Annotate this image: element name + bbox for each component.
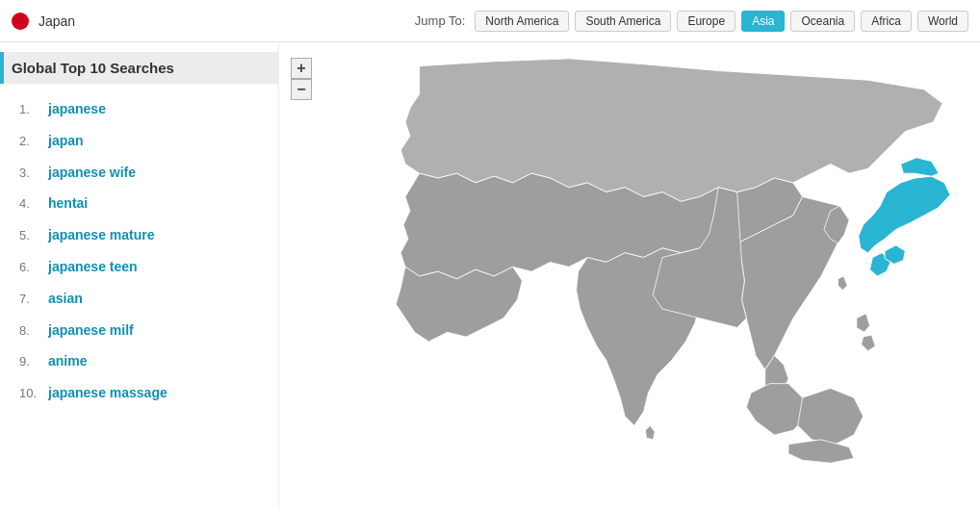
sumatra-path[interactable] (746, 384, 807, 435)
search-item: 10.japanese massage (0, 377, 278, 409)
search-item: 4.hentai (0, 188, 278, 219)
japan-hokkaido-path[interactable] (900, 158, 939, 176)
header: Japan Jump To: North America South Ameri… (0, 0, 980, 42)
region-north-america[interactable]: North America (475, 11, 569, 32)
region-world[interactable]: World (917, 11, 968, 32)
search-term[interactable]: japanese (48, 98, 106, 119)
region-africa[interactable]: Africa (861, 11, 912, 32)
search-rank: 8. (19, 321, 42, 342)
sri-lanka-path[interactable] (646, 425, 656, 440)
search-rank: 7. (19, 290, 42, 310)
region-asia[interactable]: Asia (741, 11, 785, 32)
zoom-in-button[interactable]: + (291, 58, 312, 79)
search-rank: 3. (19, 164, 42, 184)
search-item: 8.japanese milf (0, 315, 278, 346)
search-term[interactable]: hentai (48, 192, 88, 214)
borneo-path[interactable] (798, 388, 864, 444)
jump-to-label: Jump To: (415, 13, 466, 28)
sidebar: Global Top 10 Searches 1.japanese2.japan… (0, 42, 279, 510)
asia-map (279, 42, 980, 510)
main-content: Global Top 10 Searches 1.japanese2.japan… (0, 42, 980, 510)
search-term[interactable]: asian (48, 288, 83, 309)
search-rank: 4. (19, 194, 42, 215)
global-top-title: Global Top 10 Searches (0, 52, 278, 84)
search-item: 1.japanese (0, 93, 278, 125)
java-path[interactable] (788, 440, 854, 463)
russia-path[interactable] (400, 59, 942, 202)
jump-to-area: Jump To: North America South America Eur… (415, 11, 968, 32)
map-area: + − (279, 42, 980, 510)
search-rank: 1. (19, 100, 42, 120)
search-item: 5.japanese mature (0, 219, 278, 251)
region-europe[interactable]: Europe (677, 11, 735, 32)
search-term[interactable]: anime (48, 350, 87, 371)
search-list: 1.japanese2.japan3.japanese wife4.hentai… (0, 93, 278, 409)
search-item: 2.japan (0, 125, 278, 157)
zoom-controls: + − (291, 58, 312, 100)
search-term[interactable]: japan (48, 130, 84, 151)
search-rank: 5. (19, 226, 42, 246)
search-item: 3.japanese wife (0, 157, 278, 189)
search-term[interactable]: japanese milf (48, 319, 134, 341)
search-rank: 9. (19, 352, 42, 372)
search-term[interactable]: japanese teen (48, 256, 138, 277)
search-term[interactable]: japanese massage (48, 382, 168, 403)
zoom-out-button[interactable]: − (291, 79, 312, 100)
middle-east-path[interactable] (396, 267, 522, 342)
search-term[interactable]: japanese mature (48, 224, 155, 245)
taiwan-path[interactable] (838, 276, 847, 291)
country-info: Japan (12, 13, 75, 30)
search-item: 7.asian (0, 283, 278, 315)
search-item: 9.anime (0, 345, 278, 377)
philippines2-path[interactable] (862, 335, 876, 351)
philippines-path[interactable] (857, 314, 870, 332)
region-south-america[interactable]: South America (575, 11, 671, 32)
search-item: 6.japanese teen (0, 251, 278, 283)
search-term[interactable]: japanese wife (48, 162, 136, 183)
country-flag-dot (12, 13, 29, 30)
japan-honshu-path[interactable] (859, 176, 950, 253)
search-rank: 10. (19, 384, 42, 404)
country-name: Japan (39, 13, 75, 29)
search-rank: 2. (19, 132, 42, 152)
region-oceania[interactable]: Oceania (790, 11, 855, 32)
search-rank: 6. (19, 258, 42, 278)
